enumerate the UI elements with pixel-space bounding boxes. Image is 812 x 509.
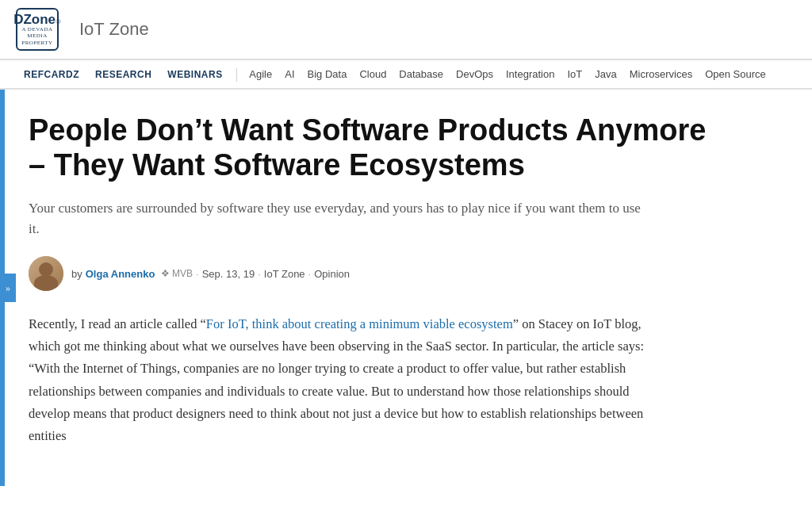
nav-ai[interactable]: AI <box>278 60 301 88</box>
meta-separator-3: · <box>308 268 312 280</box>
logo-box: DZone® A DEVADA MEDIA PROPERTY <box>16 8 59 51</box>
side-toggle-button[interactable]: » <box>0 274 16 302</box>
article-zone-link[interactable]: IoT Zone <box>264 268 305 280</box>
nav-bar: REFCARDZ RESEARCH WEBINARS | Agile AI Bi… <box>0 59 812 90</box>
nav-primary: REFCARDZ RESEARCH WEBINARS <box>16 61 231 88</box>
article-subtitle: Your customers are surrounded by softwar… <box>29 198 647 239</box>
site-header: DZone® A DEVADA MEDIA PROPERTY IoT Zone <box>0 0 812 59</box>
article-date: Sep. 13, 19 <box>202 268 255 280</box>
meta-text: by Olga Annenko ❖ MVB · Sep. 13, 19 · Io… <box>71 268 350 280</box>
logo-area: DZone® A DEVADA MEDIA PROPERTY IoT Zone <box>16 8 149 51</box>
nav-java[interactable]: Java <box>588 60 622 88</box>
nav-integration[interactable]: Integration <box>500 60 561 88</box>
nav-open-source[interactable]: Open Source <box>699 60 772 88</box>
nav-agile[interactable]: Agile <box>243 60 278 88</box>
body-text-before-link: Recently, I read an article called “ <box>29 316 206 331</box>
article-paragraph-1: Recently, I read an article called “For … <box>29 313 663 446</box>
nav-secondary: Agile AI Big Data Cloud Database DevOps … <box>243 60 772 88</box>
nav-webinars[interactable]: WEBINARS <box>159 61 230 88</box>
nav-database[interactable]: Database <box>393 60 450 88</box>
article-area: People Don’t Want Software Products Anym… <box>5 90 766 486</box>
logo-tagline: A DEVADA MEDIA PROPERTY <box>20 26 55 46</box>
content-wrapper: » People Don’t Want Software Products An… <box>0 90 812 486</box>
article-inline-link[interactable]: For IoT, think about creating a minimum … <box>206 316 513 331</box>
nav-microservices[interactable]: Microservices <box>623 60 699 88</box>
nav-devops[interactable]: DevOps <box>450 60 500 88</box>
article-title: People Don’t Want Software Products Anym… <box>29 113 718 182</box>
meta-separator-2: · <box>258 268 261 280</box>
author-badge: ❖ MVB <box>158 268 193 279</box>
article-body: Recently, I read an article called “For … <box>29 313 663 446</box>
dzone-logo[interactable]: DZone® A DEVADA MEDIA PROPERTY <box>16 8 59 51</box>
avatar-image <box>29 256 63 291</box>
nav-research[interactable]: RESEARCH <box>87 61 159 88</box>
article-meta: by Olga Annenko ❖ MVB · Sep. 13, 19 · Io… <box>29 256 718 291</box>
author-avatar <box>29 256 63 291</box>
meta-by-label: by <box>71 268 82 280</box>
article-category: Opinion <box>314 268 350 280</box>
nav-divider: | <box>236 66 239 82</box>
nav-big-data[interactable]: Big Data <box>301 60 354 88</box>
nav-refcardz[interactable]: REFCARDZ <box>16 61 87 88</box>
meta-separator-1: · <box>196 268 199 280</box>
body-text-after-link: ” on Stacey on IoT blog, which got me th… <box>29 316 644 442</box>
zone-title: IoT Zone <box>79 19 149 40</box>
nav-iot[interactable]: IoT <box>561 60 588 88</box>
nav-cloud[interactable]: Cloud <box>353 60 393 88</box>
author-link[interactable]: Olga Annenko <box>86 268 155 280</box>
